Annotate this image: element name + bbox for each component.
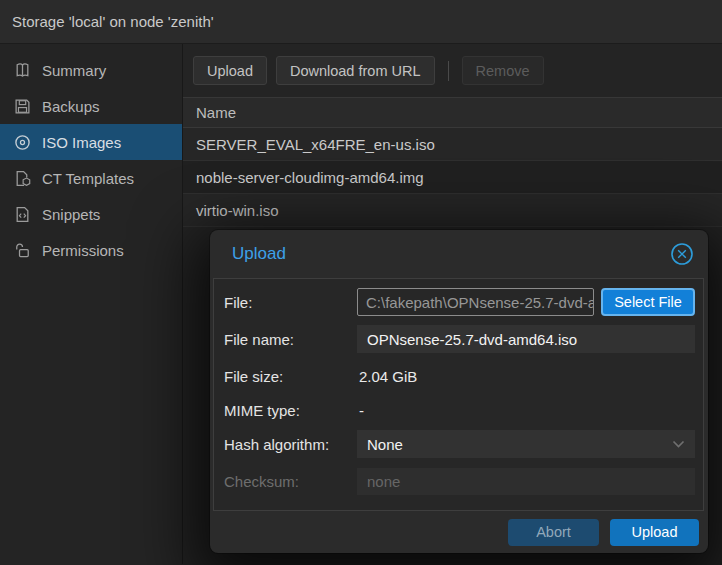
table-row[interactable]: virtio-win.iso [183, 194, 722, 227]
dialog-title: Upload [232, 244, 670, 264]
toolbar-separator [448, 61, 449, 81]
file-name-input[interactable]: OPNsense-25.7-dvd-amd64.iso [357, 325, 695, 353]
file-name-field-row: File name: OPNsense-25.7-dvd-amd64.iso [224, 325, 695, 353]
checksum-input[interactable]: none [357, 468, 695, 495]
hash-algorithm-label: Hash algorithm: [224, 436, 357, 453]
table-row[interactable]: SERVER_EVAL_x64FRE_en-us.iso [183, 128, 722, 161]
select-file-button[interactable]: Select File [601, 288, 695, 316]
page-title: Storage 'local' on node 'zenith' [12, 13, 214, 30]
mime-type-value: - [357, 402, 364, 419]
file-label: File: [224, 294, 357, 311]
sidebar-item-snippets[interactable]: Snippets [0, 196, 182, 232]
dialog-upload-button[interactable]: Upload [610, 519, 699, 546]
mime-type-row: MIME type: - [224, 396, 695, 424]
mime-type-label: MIME type: [224, 402, 357, 419]
table-header-name[interactable]: Name [183, 97, 722, 128]
checksum-row: Checksum: none [224, 467, 695, 495]
table-row[interactable]: noble-server-cloudimg-amd64.img [183, 161, 722, 194]
abort-button[interactable]: Abort [508, 519, 599, 546]
sidebar: Summary Backups ISO Images CT Templates … [0, 44, 183, 564]
sidebar-item-ct-templates[interactable]: CT Templates [0, 160, 182, 196]
toolbar: Upload Download from URL Remove [183, 44, 722, 97]
dialog-footer: Abort Upload [210, 511, 708, 553]
file-name-label: File name: [224, 331, 357, 348]
main-layout: Summary Backups ISO Images CT Templates … [0, 44, 722, 564]
file-cube-icon [14, 170, 31, 187]
floppy-disk-icon [14, 98, 31, 115]
sidebar-item-permissions[interactable]: Permissions [0, 232, 182, 268]
chevron-down-icon [672, 440, 685, 449]
hash-algorithm-row: Hash algorithm: None [224, 430, 695, 458]
sidebar-item-label: Backups [42, 98, 100, 115]
hash-algorithm-select[interactable]: None [357, 430, 695, 458]
upload-dialog: Upload File: C:\fakepath\OPNsense-25.7-d… [210, 230, 708, 553]
file-code-icon [14, 206, 31, 223]
dialog-body: File: C:\fakepath\OPNsense-25.7-dvd-amd6… [213, 278, 704, 511]
sidebar-item-iso-images[interactable]: ISO Images [0, 124, 182, 160]
sidebar-item-backups[interactable]: Backups [0, 88, 182, 124]
download-from-url-button[interactable]: Download from URL [276, 56, 435, 85]
content-panel: Upload Download from URL Remove Name SER… [183, 44, 722, 564]
sidebar-item-label: ISO Images [42, 134, 121, 151]
circle-x-icon[interactable] [670, 242, 694, 266]
sidebar-item-summary[interactable]: Summary [0, 52, 182, 88]
dialog-header[interactable]: Upload [210, 230, 708, 278]
file-size-row: File size: 2.04 GiB [224, 362, 695, 390]
upload-button[interactable]: Upload [193, 56, 267, 85]
file-size-label: File size: [224, 368, 357, 385]
file-size-value: 2.04 GiB [357, 368, 417, 385]
sidebar-item-label: Permissions [42, 242, 124, 259]
open-lock-icon [14, 242, 31, 259]
checksum-label: Checksum: [224, 473, 357, 490]
file-field-row: File: C:\fakepath\OPNsense-25.7-dvd-amd6… [224, 288, 695, 316]
file-path-input[interactable]: C:\fakepath\OPNsense-25.7-dvd-amd64.iso [357, 288, 594, 316]
remove-button[interactable]: Remove [462, 56, 544, 85]
book-icon [14, 62, 31, 79]
column-header-label: Name [196, 104, 236, 121]
disc-icon [14, 134, 31, 151]
sidebar-item-label: Summary [42, 62, 106, 79]
sidebar-item-label: CT Templates [42, 170, 134, 187]
hash-algorithm-value: None [367, 436, 403, 453]
window-titlebar: Storage 'local' on node 'zenith' [0, 0, 722, 44]
sidebar-item-label: Snippets [42, 206, 100, 223]
